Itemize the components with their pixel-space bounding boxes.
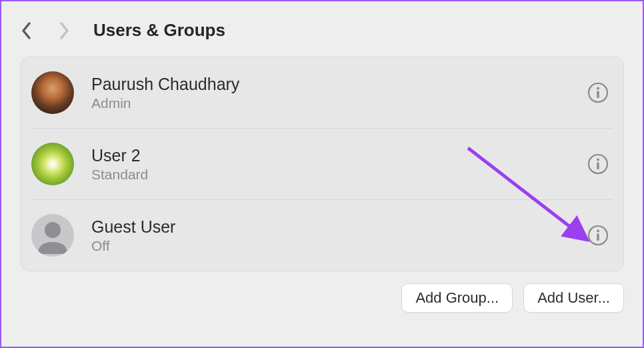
svg-rect-9 — [597, 233, 599, 241]
user-role: Off — [91, 238, 586, 254]
info-icon — [587, 153, 609, 175]
info-button[interactable] — [586, 223, 610, 247]
user-name: Guest User — [91, 217, 586, 237]
user-text: Guest User Off — [91, 217, 586, 254]
svg-point-8 — [597, 230, 599, 233]
info-icon — [587, 225, 609, 246]
user-text: Paurush Chaudhary Admin — [91, 75, 586, 111]
add-user-button[interactable]: Add User... — [523, 283, 624, 313]
page-title: Users & Groups — [93, 20, 225, 41]
footer: Add Group... Add User... — [1, 271, 643, 313]
svg-rect-2 — [597, 91, 599, 98]
window-frame: Users & Groups Paurush Chaudhary Admin U… — [0, 0, 644, 348]
svg-point-4 — [597, 159, 599, 161]
user-row: Paurush Chaudhary Admin — [21, 57, 623, 128]
user-name: User 2 — [91, 146, 586, 165]
avatar — [31, 214, 74, 257]
avatar — [31, 143, 74, 185]
header: Users & Groups — [1, 1, 643, 53]
info-icon — [587, 82, 609, 103]
svg-rect-5 — [597, 162, 599, 169]
user-text: User 2 Standard — [91, 146, 586, 183]
user-row: Guest User Off — [21, 200, 623, 271]
svg-point-6 — [45, 222, 61, 238]
svg-point-1 — [597, 87, 599, 90]
info-button[interactable] — [586, 152, 610, 176]
back-button[interactable] — [20, 21, 33, 41]
chevron-left-icon — [21, 21, 32, 40]
avatar — [31, 71, 74, 114]
user-role: Admin — [91, 95, 586, 111]
chevron-right-icon — [59, 21, 69, 40]
users-panel: Paurush Chaudhary Admin User 2 Standard — [20, 57, 624, 271]
forward-button[interactable] — [57, 21, 71, 41]
user-row: User 2 Standard — [21, 129, 623, 199]
nav-arrows — [20, 21, 71, 41]
user-name: Paurush Chaudhary — [91, 75, 586, 94]
add-group-button[interactable]: Add Group... — [401, 283, 513, 313]
info-button[interactable] — [586, 81, 610, 105]
user-role: Standard — [91, 167, 586, 183]
person-icon — [31, 214, 74, 257]
